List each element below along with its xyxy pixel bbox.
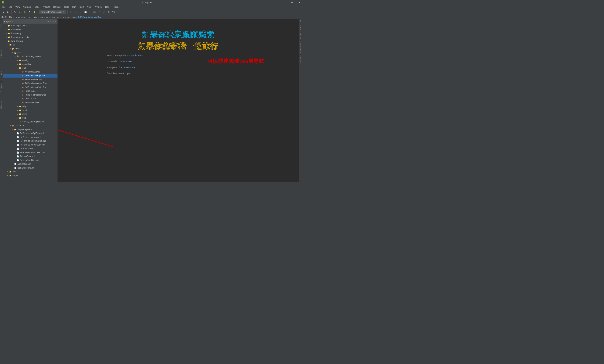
maximize-button[interactable]: □	[295, 1, 296, 4]
tree-item-service[interactable]: 📁 service	[3, 108, 58, 112]
tree-item-controller[interactable]: 📁 controller	[3, 62, 58, 66]
tree-item-peroledao[interactable]: ◆ PeRoleDao	[3, 89, 58, 93]
tree-item-peuserdao[interactable]: ◆ PeUserDao	[3, 97, 58, 101]
git-update-button[interactable]: ↓	[74, 10, 78, 14]
coverage-button[interactable]: ☂	[27, 10, 32, 14]
tree-item-pepermissiondao[interactable]: ◆ PePermissionDao	[3, 78, 58, 81]
tree-item-notsnoticesdao[interactable]: NotsNoticesDao	[3, 70, 58, 74]
tree-item-pepermxml[interactable]: 📄 PePermissionDao.xml	[3, 135, 58, 139]
tree-item-peuserrolexml[interactable]: 📄 PeUserRoleDao.xml	[3, 158, 58, 162]
build-button[interactable]: 🔨	[13, 10, 17, 14]
tree-item-java[interactable]: ☕ java	[3, 51, 58, 54]
menu-file[interactable]: File	[1, 5, 7, 9]
tree-item-resources[interactable]: 📦 resources	[3, 124, 58, 128]
tab-project[interactable]: 1: Project	[0, 19, 3, 30]
tree-item-pepermissionapidao[interactable]: ◆ PePermissionApiDao	[3, 74, 58, 78]
right-strip-bean[interactable]: Bean Validation	[300, 42, 302, 53]
tab-z-structure[interactable]: Z-Structure	[0, 99, 3, 110]
git-push-button[interactable]: ↑	[79, 10, 83, 14]
tree-item-peuserxml[interactable]: 📄 PeUserDao.xml	[3, 154, 58, 158]
minimize-button[interactable]: ─	[291, 1, 293, 4]
right-strip: Ant Maven Database Bean Validation Word …	[299, 19, 302, 182]
breadcrumb-src[interactable]: src	[28, 16, 31, 18]
breadcrumb-xiaozheng[interactable]: xiaozheng	[51, 16, 61, 18]
tree-item-dao[interactable]: 📂 dao	[3, 66, 58, 70]
menu-window[interactable]: Window	[93, 5, 103, 9]
breadcrumb-com[interactable]: com	[46, 16, 50, 18]
tree-item-ihrm-salary[interactable]: 📁 ihrm-salary	[3, 31, 58, 35]
tab-web[interactable]: Web	[0, 70, 3, 76]
tree-item-peuserroledao[interactable]: ◆ PeUserRoleDao	[3, 101, 58, 104]
close-panel-button[interactable]: ✕	[54, 20, 56, 23]
tree-item-pepermmenuxml[interactable]: 📄 PePermissionMenuDao.xml	[3, 139, 58, 143]
tree-item-target[interactable]: 📁 target	[3, 174, 58, 177]
tree-item-config[interactable]: 📁 config	[3, 58, 58, 62]
tree-item-test[interactable]: 📁 test	[3, 170, 58, 174]
menu-analyze[interactable]: Analyze	[41, 5, 51, 9]
menu-view[interactable]: View	[14, 5, 21, 9]
run-button[interactable]: ▶	[18, 10, 22, 14]
profile-button[interactable]: ⚡	[32, 10, 37, 14]
tree-item-pepermapixml[interactable]: 📄 PePermissionApiDao.xml	[3, 131, 58, 135]
debug-button[interactable]: 🐛	[23, 10, 27, 14]
back-button[interactable]: ◀	[1, 10, 5, 14]
menu-code[interactable]: Code	[33, 5, 41, 9]
tree-item-appyml[interactable]: 📄 application.yml	[3, 162, 58, 166]
project-dropdown-icon[interactable]: ▼	[11, 21, 13, 22]
menu-vcs[interactable]: VCS	[86, 5, 93, 9]
menu-edit[interactable]: Edit	[7, 5, 14, 9]
menu-build[interactable]: Build	[63, 5, 70, 9]
tree-item-src[interactable]: 📦 src	[3, 43, 58, 47]
run-configuration-selector[interactable]: IhrmSystemApplication ▼	[39, 10, 66, 14]
git-tick1-button[interactable]: ✓	[97, 10, 101, 14]
menu-plugin[interactable]: Plugin	[111, 5, 120, 9]
settings-button[interactable]: ⚙	[52, 20, 54, 23]
tree-item-ihrm-model[interactable]: 📁 ihrm-model	[3, 28, 58, 31]
tab-persistence[interactable]: Persistence	[0, 81, 3, 93]
right-strip-wordbook[interactable]: Word Book	[300, 56, 302, 63]
breadcrumb-saas[interactable]: SaaS_HRM	[1, 16, 13, 18]
menu-tools[interactable]: Tools	[78, 5, 86, 9]
tree-item-mapper-system[interactable]: 📂 Mapper.system	[3, 128, 58, 131]
breadcrumb-dao[interactable]: dao	[72, 16, 76, 18]
tree-item-pepermissionpointdao[interactable]: ◆ PePermissionPointDao	[3, 85, 58, 89]
compact-dirs-button[interactable]: ≡	[50, 20, 51, 23]
breadcrumb-ihrm-system[interactable]: ihrm-system	[14, 16, 26, 18]
tree-item-ihrm-social-security[interactable]: 📁 ihrm-social-security	[3, 35, 58, 39]
search-online-button[interactable]: 🔍	[107, 10, 111, 14]
menu-help[interactable]: Help	[104, 5, 111, 9]
tree-item-perolexml[interactable]: 📄 PeRoleDao.xml	[3, 147, 58, 151]
tree-item-logbackxml[interactable]: 📄 logback-spring.xml	[3, 166, 58, 170]
tree-item-main[interactable]: 📂 main	[3, 47, 58, 51]
git-tick2-button[interactable]: ✓	[102, 10, 106, 14]
tree-item-utils[interactable]: 📁 utils	[3, 116, 58, 120]
git-checkmark-button[interactable]: ✓	[69, 10, 73, 14]
tree-item-ihrm-system[interactable]: 📂 ihrm-system	[3, 39, 58, 43]
git-history-button[interactable]: 🕐	[84, 10, 88, 14]
tree-item-pepermpointxml[interactable]: 📄 PePermissionPointDao.xml	[3, 143, 58, 147]
breadcrumb-main[interactable]: main	[33, 16, 38, 18]
tree-item-perolepermxml[interactable]: 📄 PeRolePermissionDao.xml	[3, 151, 58, 154]
forward-button[interactable]: ▶	[6, 10, 10, 14]
tree-item-shiro[interactable]: 📁 shiro	[3, 112, 58, 116]
right-strip-database[interactable]: Database	[300, 33, 302, 39]
close-button[interactable]: ✕	[299, 1, 301, 4]
menu-navigate[interactable]: Navigate	[22, 5, 33, 9]
translate-button[interactable]: A文	[112, 10, 116, 14]
right-strip-maven[interactable]: Maven	[300, 25, 302, 30]
breadcrumb-system[interactable]: system	[63, 16, 70, 18]
tab-favorites[interactable]: 2: Favorites	[0, 47, 3, 59]
right-strip-ant[interactable]: Ant	[300, 20, 302, 22]
tree-item-feign[interactable]: 📁 feign	[3, 104, 58, 108]
tree-item-com-xiaozheng[interactable]: 📦 com.xiaozheng.system	[3, 54, 58, 58]
tree-item-pepermissionmenudao[interactable]: ◆ PePermissionMenuDao	[3, 81, 58, 85]
arrow-controller	[16, 63, 19, 65]
menu-refactor[interactable]: Refactor	[52, 5, 63, 9]
git-rollback-button[interactable]: ↩	[88, 10, 93, 14]
tree-item-perolepermissiondao[interactable]: ◆ PeRolePermissionDao	[3, 93, 58, 97]
sync-button[interactable]: ⚙	[47, 20, 49, 23]
tree-item-ihrm-jasper-demo[interactable]: 📁 ihrm-jasper-demo	[3, 24, 58, 28]
breadcrumb-java[interactable]: java	[40, 16, 44, 18]
tree-item-ihrmsystemapp[interactable]: ● IhrmSystemApplication	[3, 120, 58, 124]
menu-run[interactable]: Run	[71, 5, 77, 9]
